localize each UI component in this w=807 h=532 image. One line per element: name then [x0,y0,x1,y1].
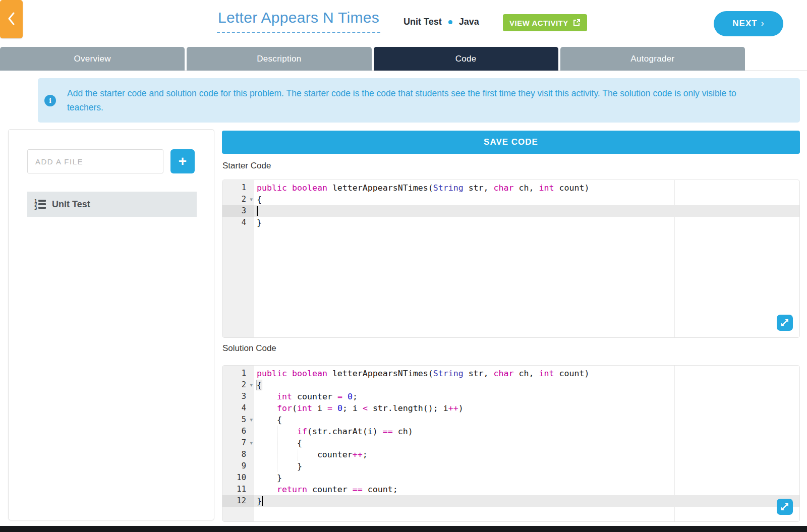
solution-editor: 1public boolean letterAppearsNTimes(Stri… [222,365,800,522]
code-line: 1public boolean letterAppearsNTimes(Stri… [222,182,799,194]
file-item-label: Unit Test [52,199,90,210]
tab-description[interactable]: Description [187,47,371,71]
expand-icon [781,319,789,327]
add-file-input[interactable] [27,149,163,173]
code-line-text[interactable]: { [254,437,799,449]
code-line: 3 int counter = 0; [222,391,799,402]
line-number: 2▾ [222,379,254,391]
code-line: 4} [222,217,799,228]
tab-overview[interactable]: Overview [0,47,185,71]
expand-icon [781,503,789,511]
line-number: 3 [222,205,254,217]
add-file-button[interactable]: + [170,149,195,173]
fold-caret-icon[interactable]: ▾ [250,437,253,449]
indent-guide [277,426,277,472]
code-line-text[interactable]: } [254,472,799,484]
code-line-text[interactable]: for(int i = 0; i < str.length(); i++) [254,402,799,414]
back-button[interactable] [0,0,23,38]
view-activity-button[interactable]: VIEW ACTIVITY [503,14,587,31]
line-number: 7▾ [222,437,254,449]
line-number: 5▾ [222,414,254,426]
info-banner: i Add the starter code and solution code… [38,78,800,123]
code-line-text[interactable]: int counter = 0; [254,391,799,402]
expand-starter-editor-button[interactable] [777,315,793,331]
code-line-text[interactable]: public boolean letterAppearsNTimes(Strin… [254,368,799,379]
save-code-button[interactable]: SAVE CODE [222,131,800,154]
code-line-text[interactable]: return counter == count; [254,484,799,495]
line-number: 1 [222,182,254,194]
code-line-text[interactable]: { [254,414,799,426]
line-number: 4 [222,402,254,414]
code-line: 2▾{ [222,194,799,205]
indent-guide [297,449,298,460]
expand-solution-editor-button[interactable] [777,499,793,515]
file-list: 123Unit Test [27,192,197,217]
next-button-label: NEXT [732,19,757,29]
code-line: 12} [222,495,799,507]
code-line-text[interactable]: if(str.charAt(i) == ch) [254,426,799,437]
solution-code-label: Solution Code [222,343,276,353]
code-line: 9 } [222,460,799,472]
code-line: 2▾{ [222,379,799,391]
code-line-text[interactable]: } [254,495,799,507]
code-line: 3 [222,205,799,217]
code-line-text[interactable]: } [254,460,799,472]
code-line: 8 counter++; [222,449,799,460]
line-number: 6 [222,426,254,437]
fold-caret-icon[interactable]: ▾ [250,379,253,391]
file-sidebar: + 123Unit Test [8,129,214,520]
line-number: 11 [222,484,254,495]
line-number: 12 [222,495,254,507]
line-number: 10 [222,472,254,484]
code-line: 10 } [222,472,799,484]
starter-editor: 1public boolean letterAppearsNTimes(Stri… [222,180,800,338]
code-line: 11 return counter == count; [222,484,799,495]
bottom-bar [0,526,807,532]
line-number: 8 [222,449,254,460]
page-title[interactable]: Letter Appears N Times [217,9,380,33]
external-link-icon [572,19,581,27]
svg-text:3: 3 [34,206,37,210]
line-number: 1 [222,368,254,379]
code-line-text[interactable] [254,205,799,217]
language-label: Java [459,17,479,27]
fold-caret-icon[interactable]: ▾ [250,194,253,205]
banner-text: Add the starter code and solution code f… [67,86,743,114]
next-button[interactable]: NEXT › [714,11,783,36]
code-line: 1public boolean letterAppearsNTimes(Stri… [222,368,799,379]
code-line-text[interactable]: } [254,217,799,228]
line-number: 2▾ [222,194,254,205]
tab-bar: OverviewDescriptionCodeAutograder [0,47,745,71]
chevron-left-icon [8,12,15,27]
ordered-list-icon: 123 [34,199,46,210]
chevron-right-icon: › [761,18,765,29]
info-icon: i [44,95,56,106]
solution-editor-rows: 1public boolean letterAppearsNTimes(Stri… [222,368,799,507]
starter-code-label: Starter Code [222,161,271,171]
code-line: 6 if(str.charAt(i) == ch) [222,426,799,437]
fold-caret-icon[interactable]: ▾ [250,414,253,426]
code-activity-page: Letter Appears N Times Unit Test Java VI… [0,0,807,532]
code-line-text[interactable]: { [254,379,799,391]
starter-editor-rows: 1public boolean letterAppearsNTimes(Stri… [222,182,799,228]
line-number: 4 [222,217,254,228]
text-cursor [257,206,258,216]
code-line-text[interactable]: counter++; [254,449,799,460]
file-item-unit-test[interactable]: 123Unit Test [27,192,197,217]
tab-autograder[interactable]: Autograder [560,47,745,71]
tab-code[interactable]: Code [374,47,558,71]
activity-type-label: Unit Test [404,17,442,27]
code-line-text[interactable]: public boolean letterAppearsNTimes(Strin… [254,182,799,194]
text-cursor [262,496,263,506]
view-activity-label: VIEW ACTIVITY [509,19,568,27]
code-line: 4 for(int i = 0; i < str.length(); i++) [222,402,799,414]
activity-meta: Unit Test Java [404,17,479,27]
code-line: 7▾ { [222,437,799,449]
line-number: 9 [222,460,254,472]
code-line-text[interactable]: { [254,194,799,205]
code-line: 5▾ { [222,414,799,426]
dot-separator [448,20,452,24]
line-number: 3 [222,391,254,402]
plus-icon: + [179,153,187,169]
